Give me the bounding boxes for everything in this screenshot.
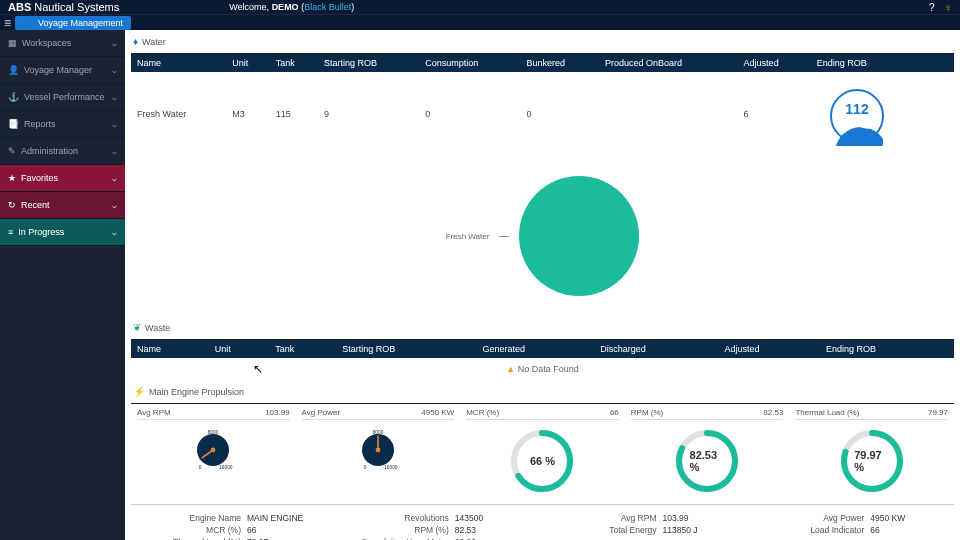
nav-icon: 📑	[8, 119, 19, 129]
main-content: ♦ Water NameUnitTankStarting ROBConsumpt…	[125, 30, 960, 540]
sidebar-item-reports[interactable]: 📑Reports⌵	[0, 111, 125, 138]
svg-point-4	[211, 448, 216, 453]
svg-text:16000: 16000	[384, 465, 398, 470]
svg-text:0: 0	[199, 465, 202, 470]
chevron-down-icon: ⌵	[112, 174, 117, 183]
detail-item: Revolutions143500	[345, 513, 533, 523]
section-waste: ❦ Waste	[131, 316, 954, 340]
voyage-management-button[interactable]: 👤 Voyage Management	[15, 16, 131, 30]
detail-item: Load Indicator66	[760, 525, 948, 535]
detail-item: Total Energy113850 J	[553, 525, 741, 535]
nav-icon: 👤	[8, 65, 19, 75]
svg-text:8000: 8000	[208, 430, 219, 435]
svg-text:16000: 16000	[219, 465, 233, 470]
chevron-down-icon: ⌵	[112, 66, 117, 75]
nav-icon: ⚓	[8, 92, 19, 102]
help-icon[interactable]: ?	[929, 2, 935, 13]
nav-icon: ≡	[8, 227, 13, 237]
detail-item: Avg Power4950 KW	[760, 513, 948, 523]
no-data-message: ▲ No Data Found	[131, 358, 954, 380]
water-icon: ♦	[133, 36, 138, 47]
detail-item: Avg RPM103.99	[553, 513, 741, 523]
sidebar-item-favorites[interactable]: ★Favorites⌵	[0, 165, 125, 192]
nav-icon: ★	[8, 173, 16, 183]
chevron-down-icon: ⌵	[112, 120, 117, 129]
thermal-donut: 79.97 %	[837, 426, 907, 496]
water-table: NameUnitTankStarting ROBConsumptionBunke…	[131, 54, 954, 156]
nav-icon: ↻	[8, 200, 16, 210]
section-propulsion: ⚡ Main Engine Propulsion	[131, 380, 954, 404]
svg-text:8000: 8000	[373, 430, 384, 435]
rpm-gauge: 0800016000	[189, 426, 237, 474]
top-bar: ABS Nautical Systems Welcome, DEMO (Blac…	[0, 0, 960, 14]
sidebar: ▦Workspaces⌵👤Voyage Manager⌵⚓Vessel Perf…	[0, 30, 125, 540]
waste-table: NameUnitTankStarting ROBGeneratedDischar…	[131, 340, 954, 358]
warning-icon: ▲	[506, 364, 515, 374]
menu-icon[interactable]: ≡	[4, 16, 11, 30]
rpmpct-donut: 82.53 %	[672, 426, 742, 496]
pie-icon	[519, 176, 639, 296]
nav-icon: ▦	[8, 38, 17, 48]
sidebar-item-administration[interactable]: ✎Administration⌵	[0, 138, 125, 165]
section-water: ♦ Water	[131, 30, 954, 54]
chevron-down-icon: ⌵	[112, 39, 117, 48]
mcr-donut: 66 %	[507, 426, 577, 496]
sub-bar: ≡ 👤 Voyage Management	[0, 14, 960, 30]
svg-text:112: 112	[845, 101, 869, 117]
detail-item: RPM (%)82.53	[345, 525, 533, 535]
bulb-icon[interactable]: ♀	[945, 2, 953, 13]
ending-rob-gauge: 112	[827, 86, 887, 146]
sidebar-item-workspaces[interactable]: ▦Workspaces⌵	[0, 30, 125, 57]
chevron-down-icon: ⌵	[112, 201, 117, 210]
vessel-link[interactable]: Black Bullet	[304, 2, 351, 12]
bolt-icon: ⚡	[133, 386, 145, 397]
table-row: Fresh Water M3 115 9 0 0 6 112	[131, 72, 954, 156]
nav-icon: ✎	[8, 146, 16, 156]
water-pie-chart: Fresh Water	[131, 156, 954, 316]
sidebar-item-recent[interactable]: ↻Recent⌵	[0, 192, 125, 219]
chevron-down-icon: ⌵	[112, 93, 117, 102]
sidebar-item-voyage-manager[interactable]: 👤Voyage Manager⌵	[0, 57, 125, 84]
brand: ABS Nautical Systems	[8, 1, 119, 13]
chevron-down-icon: ⌵	[112, 147, 117, 156]
sidebar-item-in-progress[interactable]: ≡In Progress⌵	[0, 219, 125, 246]
svg-point-10	[375, 448, 380, 453]
leaf-icon: ❦	[133, 322, 141, 333]
power-gauge: 0800016000	[354, 426, 402, 474]
sidebar-item-vessel-performance[interactable]: ⚓Vessel Performance⌵	[0, 84, 125, 111]
detail-item: MCR (%)66	[137, 525, 325, 535]
detail-item: Engine NameMAIN ENGINE	[137, 513, 325, 523]
svg-text:0: 0	[364, 465, 367, 470]
welcome-text: Welcome, DEMO (Black Bullet)	[229, 2, 354, 12]
user-icon: 👤	[23, 18, 34, 28]
chevron-down-icon: ⌵	[112, 228, 117, 237]
